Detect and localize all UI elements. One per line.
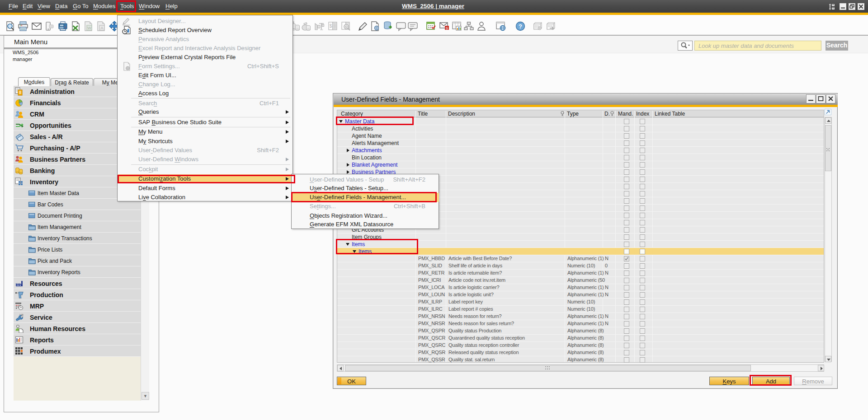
svg-text:$: $ [330, 23, 332, 28]
svg-text:A: A [100, 26, 103, 30]
svg-text:W: W [87, 26, 91, 30]
svg-text:S: S [446, 26, 448, 30]
svg-text:?: ? [519, 23, 522, 30]
